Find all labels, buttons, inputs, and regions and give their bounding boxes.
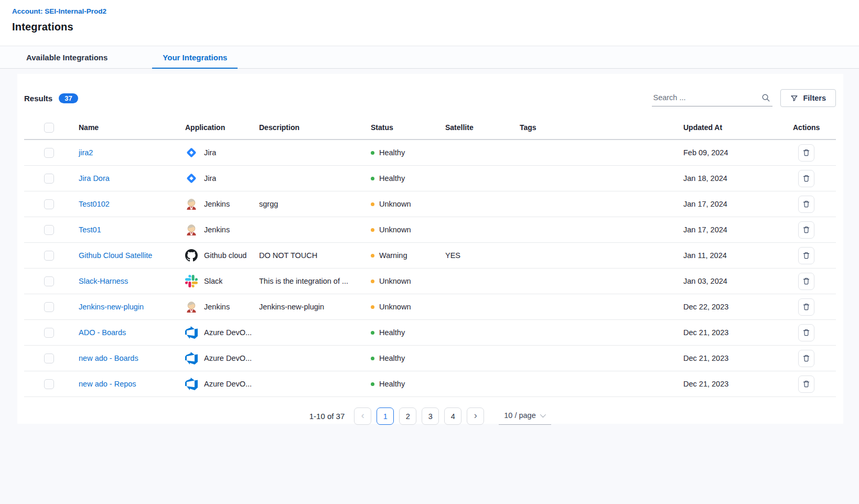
status-dot — [371, 382, 374, 386]
row-checkbox[interactable] — [44, 199, 54, 209]
column-header-description: Description — [259, 123, 371, 132]
table-header-row: Name Application Description Status Sate… — [24, 116, 836, 140]
table-row: Jenkins-new-plugin Jenkins Jenkins-new-p… — [24, 294, 836, 320]
integration-name-link[interactable]: Test01 — [79, 226, 101, 234]
row-checkbox[interactable] — [44, 225, 54, 235]
application-label: Jira — [204, 174, 216, 183]
updated-at-value: Jan 03, 2024 — [683, 277, 793, 285]
delete-button[interactable] — [798, 376, 814, 393]
delete-button[interactable] — [798, 170, 814, 187]
jenkins-icon — [185, 223, 198, 236]
updated-at-value: Jan 17, 2024 — [683, 200, 793, 208]
row-checkbox[interactable] — [44, 251, 54, 261]
updated-at-value: Dec 21, 2023 — [683, 380, 793, 388]
status-dot — [371, 228, 374, 232]
table-row: Slack-Harness Slack This is the integrat… — [24, 269, 836, 294]
column-header-status: Status — [371, 123, 445, 132]
integration-name-link[interactable]: ADO - Boards — [79, 328, 126, 337]
row-checkbox[interactable] — [44, 328, 54, 338]
integrations-table: Name Application Description Status Sate… — [24, 116, 836, 397]
status-label: Healthy — [379, 354, 405, 362]
page-size-select[interactable]: 10 / page — [499, 408, 551, 425]
row-checkbox[interactable] — [44, 148, 54, 158]
table-row: new ado - Repos Azure DevO... Healthy De… — [24, 371, 836, 397]
row-checkbox[interactable] — [44, 174, 54, 184]
row-checkbox[interactable] — [44, 302, 54, 312]
page-button-4[interactable]: 4 — [444, 408, 461, 425]
column-header-application: Application — [185, 123, 259, 132]
status-label: Warning — [379, 251, 407, 260]
description-text: This is the integration of ... — [259, 277, 371, 285]
row-checkbox[interactable] — [44, 379, 54, 389]
jenkins-icon — [185, 198, 198, 210]
page-header: Account: SEI-Internal-Prod2 Integrations — [0, 0, 859, 46]
updated-at-value: Dec 21, 2023 — [683, 328, 793, 337]
application-label: Github cloud — [204, 251, 246, 260]
integration-name-link[interactable]: new ado - Repos — [79, 380, 136, 388]
satellite-value: YES — [445, 251, 520, 260]
tab-your-integrations[interactable]: Your Integrations — [152, 47, 238, 68]
delete-button[interactable] — [798, 273, 814, 290]
application-label: Slack — [204, 277, 222, 285]
status-dot — [371, 280, 374, 283]
integration-name-link[interactable]: jira2 — [79, 148, 93, 157]
azure-devops-icon — [185, 378, 198, 390]
page-button-1[interactable]: 1 — [377, 408, 394, 425]
chevron-left-icon: ‹ — [361, 410, 364, 421]
select-all-checkbox[interactable] — [44, 123, 54, 133]
column-header-updated-at: Updated At — [683, 123, 793, 132]
status-dot — [371, 357, 374, 360]
status-dot — [371, 331, 374, 335]
account-breadcrumb-link[interactable]: Account: SEI-Internal-Prod2 — [12, 7, 106, 15]
status-label: Healthy — [379, 174, 405, 183]
trash-icon — [802, 174, 810, 183]
trash-icon — [802, 226, 810, 234]
table-row: Test01 Jenkins Unknown Jan 17, 2024 — [24, 217, 836, 243]
results-count-badge: 37 — [59, 93, 78, 103]
status-label: Healthy — [379, 328, 405, 337]
integration-name-link[interactable]: new ado - Boards — [79, 354, 138, 362]
table-row: jira2 Jira Healthy Feb 09, 2024 — [24, 140, 836, 166]
delete-button[interactable] — [798, 350, 814, 367]
status-dot — [371, 151, 374, 155]
search-icon[interactable] — [761, 93, 770, 102]
table-row: new ado - Boards Azure DevO... Healthy D… — [24, 346, 836, 371]
integration-name-link[interactable]: Jira Dora — [79, 174, 110, 183]
integration-name-link[interactable]: Test0102 — [79, 200, 110, 208]
delete-button[interactable] — [798, 221, 814, 239]
row-checkbox[interactable] — [44, 276, 54, 286]
chevron-right-icon: › — [474, 410, 477, 421]
page-button-2[interactable]: 2 — [399, 408, 416, 425]
integration-name-link[interactable]: Github Cloud Satellite — [79, 251, 152, 260]
application-label: Azure DevO... — [204, 328, 252, 337]
integration-name-link[interactable]: Slack-Harness — [79, 277, 128, 285]
updated-at-value: Dec 21, 2023 — [683, 354, 793, 362]
toolbar: Results 37 Filters — [17, 74, 843, 109]
delete-button[interactable] — [798, 324, 814, 341]
delete-button[interactable] — [798, 196, 814, 213]
application-label: Jenkins — [204, 226, 230, 234]
tab-available-integrations[interactable]: Available Integrations — [16, 47, 118, 68]
delete-button[interactable] — [798, 298, 814, 316]
next-page-button[interactable]: › — [467, 408, 484, 425]
row-checkbox[interactable] — [44, 353, 54, 363]
trash-icon — [802, 303, 810, 311]
delete-button[interactable] — [798, 247, 814, 264]
updated-at-value: Dec 22, 2023 — [683, 303, 793, 311]
prev-page-button[interactable]: ‹ — [354, 408, 371, 425]
delete-button[interactable] — [798, 144, 814, 162]
page-button-3[interactable]: 3 — [422, 408, 439, 425]
page-title: Integrations — [12, 21, 859, 33]
trash-icon — [802, 200, 810, 208]
chevron-down-icon — [540, 411, 546, 417]
status-label: Unknown — [379, 200, 411, 208]
filters-button[interactable]: Filters — [780, 89, 836, 107]
status-dot — [371, 202, 374, 206]
table-row: Github Cloud Satellite Github cloud DO N… — [24, 243, 836, 269]
trash-icon — [802, 328, 810, 337]
azure-devops-icon — [185, 352, 198, 364]
status-label: Unknown — [379, 303, 411, 311]
integration-name-link[interactable]: Jenkins-new-plugin — [79, 303, 144, 311]
search-input[interactable] — [652, 90, 772, 106]
description-text: Jenkins-new-plugin — [259, 303, 371, 311]
